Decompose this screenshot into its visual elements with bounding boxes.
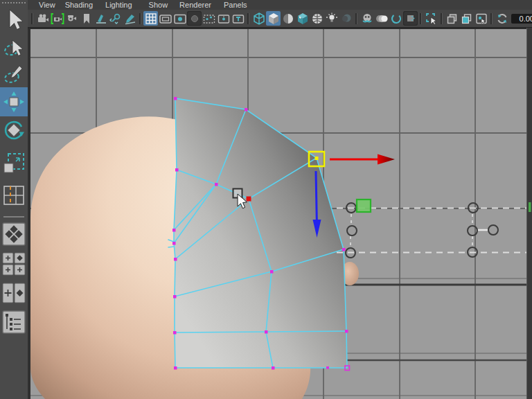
menu-show[interactable]: Show	[148, 1, 169, 10]
toolbar-separator	[30, 13, 34, 24]
outliner-pane-layout-icon	[1, 310, 26, 335]
backface-culling-icon[interactable]	[389, 11, 403, 26]
image-plane-icon[interactable]	[94, 11, 108, 26]
shadows-icon[interactable]	[339, 11, 353, 26]
paint-brush-icon	[3, 64, 25, 86]
move-icon	[2, 90, 26, 114]
menu-shading[interactable]: Shading	[64, 1, 94, 10]
grid-toggle-icon[interactable]	[143, 11, 158, 26]
four-pane-layout-icon	[1, 251, 26, 276]
maya-window: { "menubar": { "items": ["View", "Shadin…	[0, 0, 532, 399]
field-chart-icon[interactable]	[202, 11, 216, 26]
exposure-refresh-icon[interactable]	[495, 11, 509, 26]
select-tool[interactable]	[0, 8, 28, 32]
camera-orbit-icon[interactable]	[64, 11, 79, 26]
menu-panels[interactable]: Panels	[223, 1, 248, 10]
film-gate-icon[interactable]	[158, 11, 172, 26]
xray-joints-icon[interactable]	[374, 11, 389, 26]
four-pane-layout[interactable]	[0, 251, 28, 276]
lasso-select-tool[interactable]	[0, 37, 28, 61]
preselect-vertex[interactable]	[247, 197, 251, 202]
safe-action-icon[interactable]	[216, 11, 231, 26]
duplicate-layer-icon[interactable]	[445, 11, 459, 26]
select-arrow-icon	[3, 8, 24, 32]
rotate-tool[interactable]	[0, 118, 28, 143]
toolbar-separator	[247, 13, 250, 24]
camera-lock-icon[interactable]	[50, 11, 64, 26]
paint-select-tool[interactable]	[0, 64, 28, 86]
toolbar-separator	[490, 13, 493, 24]
xray-icon[interactable]	[360, 11, 374, 26]
selected-handle[interactable]	[357, 200, 371, 212]
textured-cube-icon[interactable]	[295, 11, 310, 26]
toolbar-separator	[440, 13, 443, 24]
two-pane-layout[interactable]	[0, 281, 28, 305]
menu-view[interactable]: View	[38, 1, 56, 10]
toolbar-separator	[355, 13, 358, 24]
scale-icon	[2, 152, 26, 175]
safe-title-icon[interactable]	[231, 11, 245, 26]
persp-pane-layout-icon	[1, 222, 26, 247]
toolbox-sidebar	[0, 0, 28, 399]
toolbox-grip[interactable]	[1, 1, 26, 5]
pan-zoom-icon[interactable]	[108, 11, 123, 26]
duplicate-layer-active-icon[interactable]	[459, 11, 474, 26]
outliner-pane-layout[interactable]	[0, 310, 28, 335]
bookmark-icon[interactable]	[79, 11, 94, 26]
exposure-value-field[interactable]: 0.00	[511, 14, 532, 24]
single-pane-layout[interactable]	[0, 184, 28, 207]
toolbox-separator	[3, 216, 24, 218]
scale-tool[interactable]	[0, 152, 28, 175]
toolbar-separator	[419, 13, 423, 24]
toolbar-separator	[139, 13, 142, 24]
default-lighting-icon[interactable]	[324, 11, 339, 26]
camera-icon[interactable]	[35, 11, 50, 26]
viewport-canvas[interactable]	[28, 28, 532, 399]
flat-shade-icon[interactable]	[281, 11, 295, 26]
offscreen-axis-y-sliver	[529, 202, 531, 212]
viewport-toolbar: 0.00	[28, 10, 532, 28]
single-pane-layout-icon	[2, 184, 26, 207]
shaded-cube-icon[interactable]	[266, 11, 281, 26]
persp-pane-layout[interactable]	[0, 222, 28, 247]
wireframe-on-shaded-icon[interactable]	[310, 11, 324, 26]
rotate-icon	[2, 118, 26, 143]
image-editor-icon[interactable]	[474, 11, 488, 26]
two-pane-layout-icon	[1, 281, 26, 305]
menu-lighting[interactable]: Lighting	[105, 1, 133, 10]
wireframe-cube-icon[interactable]	[251, 11, 266, 26]
isolate-select-icon[interactable]	[424, 11, 438, 26]
panel-menu-bar: View Shading Lighting Show Renderer Pane…	[28, 0, 532, 10]
lasso-icon	[3, 37, 25, 61]
move-tool[interactable]	[0, 87, 28, 116]
gate-mask-icon[interactable]	[187, 11, 202, 26]
menu-renderer[interactable]: Renderer	[179, 1, 212, 10]
resolution-gate-icon[interactable]	[172, 11, 187, 26]
selected-vertex[interactable]	[315, 157, 319, 160]
grease-pencil-icon[interactable]	[123, 11, 137, 26]
texture-placement-icon[interactable]	[403, 11, 418, 26]
